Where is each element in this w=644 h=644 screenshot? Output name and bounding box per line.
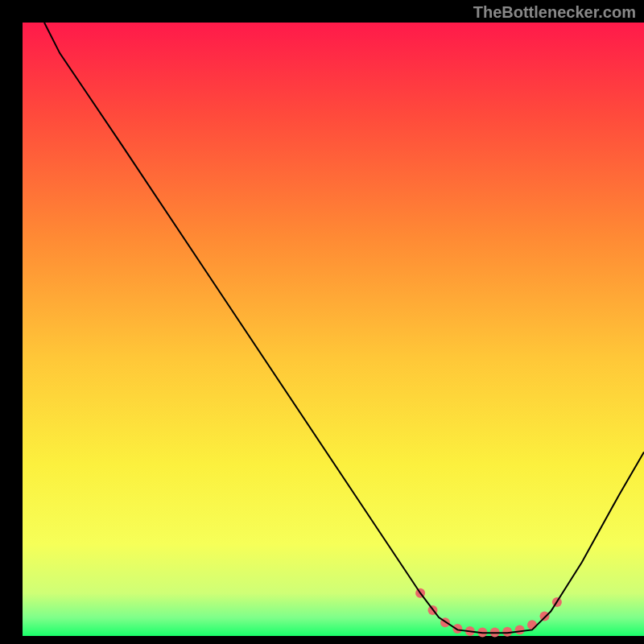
bottleneck-chart [0,0,644,644]
gradient-background [23,23,644,636]
highlight-dot [527,620,537,630]
highlight-dot [515,625,525,634]
highlight-dot [540,612,550,621]
highlight-dot [452,624,462,634]
chart-svg [0,0,644,644]
watermark-text: TheBottlenecker.com [473,3,636,22]
